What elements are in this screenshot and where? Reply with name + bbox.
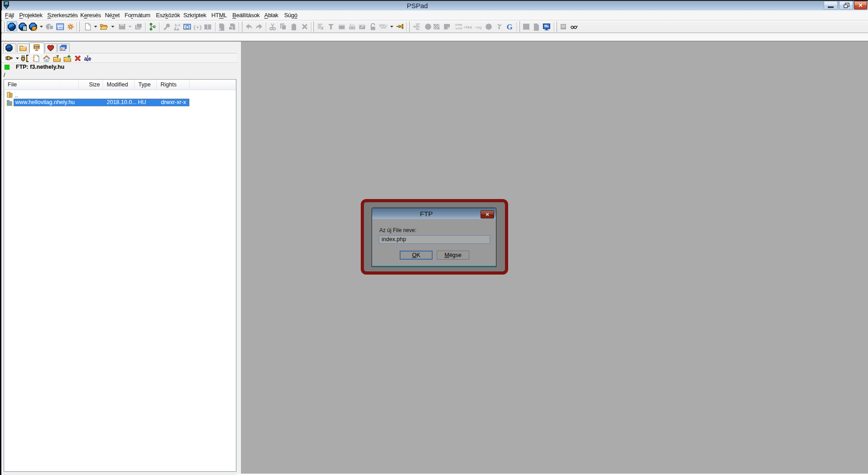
svg-text:↳TXT: ↳TXT (455, 27, 462, 30)
svg-text:<tag: <tag (475, 25, 482, 29)
svg-text:A+Z: A+Z (175, 24, 181, 27)
svg-text:LOG: LOG (57, 26, 63, 29)
svg-text:<TAG: <TAG (464, 25, 472, 29)
svg-text:SPELL: SPELL (379, 24, 387, 27)
svg-text:FTP: FTP (34, 46, 39, 48)
svg-text:G: G (506, 23, 512, 31)
svg-text:e: e (88, 56, 91, 62)
svg-text:HTML: HTML (455, 24, 462, 26)
svg-text:C++: C++ (349, 24, 355, 26)
svg-text:a: a (84, 56, 87, 62)
svg-text:{+}: {+} (193, 25, 202, 30)
